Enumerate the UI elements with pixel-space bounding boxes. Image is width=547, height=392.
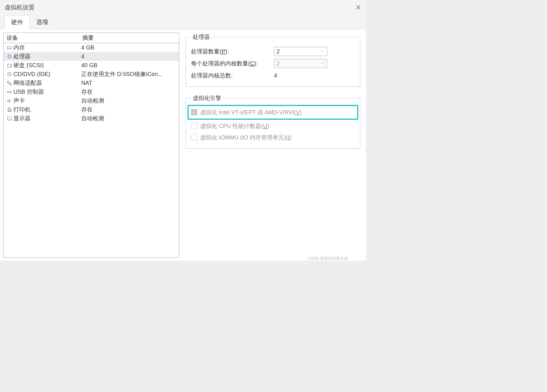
cpu-icon bbox=[5, 54, 13, 59]
svg-rect-9 bbox=[8, 109, 11, 111]
label-cpu-counters: 虚拟化 CPU 性能计数器(U) bbox=[200, 122, 269, 130]
combo-cores-per[interactable]: 2 bbox=[274, 59, 327, 68]
row-cores-per: 每个处理器的内核数量(C): 2 bbox=[191, 57, 355, 69]
sound-icon bbox=[5, 98, 13, 104]
device-summary: 存在 bbox=[81, 106, 177, 113]
svg-rect-7 bbox=[10, 83, 12, 85]
header-summary: 摘要 bbox=[82, 34, 176, 42]
device-row-processor[interactable]: 处理器 4 bbox=[4, 52, 179, 61]
combo-value: 2 bbox=[277, 48, 280, 55]
detail-panel: 处理器 处理器数量(P): 2 每个处理器的内核数量(C): bbox=[183, 29, 366, 261]
virt-engine-legend: 虚拟化引擎 bbox=[191, 94, 223, 102]
device-label: 处理器 bbox=[13, 53, 81, 60]
tab-bar: 硬件 选项 bbox=[0, 15, 366, 29]
device-row-display[interactable]: 显示器 自动检测 bbox=[4, 114, 179, 123]
chevron-down-icon bbox=[321, 49, 325, 53]
dialog-body: 设备 摘要 内存 4 GB 处理器 4 bbox=[0, 29, 366, 261]
device-label: 显示器 bbox=[13, 115, 81, 122]
disk-icon bbox=[5, 63, 13, 68]
usb-icon bbox=[5, 89, 13, 95]
checkbox-cpu-counters[interactable] bbox=[191, 123, 197, 129]
printer-icon bbox=[5, 107, 13, 113]
virt-engine-group: 虚拟化引擎 虚拟化 Intel VT-x/EPT 或 AMD-V/RVI(V) … bbox=[186, 94, 360, 149]
label-total-cores: 处理器内核总数: bbox=[191, 72, 274, 79]
device-summary: 4 GB bbox=[81, 44, 177, 51]
device-label: 声卡 bbox=[13, 97, 81, 105]
device-summary: 正在使用文件 D:\ISO镜像\Cen... bbox=[81, 70, 177, 78]
device-summary: 自动检测 bbox=[81, 115, 177, 122]
watermark: CSDN @神奇的海马体 bbox=[307, 256, 348, 261]
row-total-cores: 处理器内核总数: 4 bbox=[191, 69, 355, 81]
checkbox-vt[interactable] bbox=[191, 109, 197, 115]
svg-rect-10 bbox=[9, 108, 11, 109]
header-device: 设备 bbox=[7, 34, 82, 42]
device-label: 网络适配器 bbox=[13, 79, 81, 87]
device-label: CD/DVD (IDE) bbox=[13, 71, 81, 77]
svg-rect-6 bbox=[7, 81, 9, 83]
tab-options[interactable]: 选项 bbox=[30, 15, 55, 29]
label-vt: 虚拟化 Intel VT-x/EPT 或 AMD-V/RVI(V) bbox=[200, 109, 302, 116]
device-summary: 自动检测 bbox=[81, 97, 177, 105]
checkbox-row-vt[interactable]: 虚拟化 Intel VT-x/EPT 或 AMD-V/RVI(V) bbox=[191, 107, 355, 118]
vm-settings-window: 虚拟机设置 ✕ 硬件 选项 设备 摘要 内存 4 GB bbox=[0, 0, 366, 261]
device-summary: 40 GB bbox=[81, 62, 177, 69]
processor-group: 处理器 处理器数量(P): 2 每个处理器的内核数量(C): bbox=[186, 33, 360, 87]
close-icon[interactable]: ✕ bbox=[355, 3, 361, 12]
svg-rect-12 bbox=[7, 117, 12, 120]
disc-icon bbox=[5, 71, 13, 77]
titlebar: 虚拟机设置 ✕ bbox=[0, 0, 366, 15]
label-cores-per: 每个处理器的内核数量(C): bbox=[191, 60, 274, 67]
device-row-network[interactable]: 网络适配器 NAT bbox=[4, 79, 179, 87]
network-icon bbox=[5, 80, 13, 86]
svg-point-3 bbox=[10, 66, 11, 67]
label-num-processors: 处理器数量(P): bbox=[191, 48, 274, 55]
device-list-header: 设备 摘要 bbox=[4, 33, 179, 43]
checkbox-row-iommu[interactable]: 虚拟化 IOMMU (IO 内存管理单元)(I) bbox=[191, 132, 355, 143]
label-iommu: 虚拟化 IOMMU (IO 内存管理单元)(I) bbox=[200, 134, 291, 141]
device-summary: 4 bbox=[81, 53, 177, 60]
device-summary: 存在 bbox=[81, 88, 177, 96]
display-icon bbox=[5, 116, 13, 121]
processor-legend: 处理器 bbox=[191, 33, 212, 41]
device-row-memory[interactable]: 内存 4 GB bbox=[4, 43, 179, 52]
device-label: USB 控制器 bbox=[13, 88, 81, 96]
device-row-sound[interactable]: 声卡 自动检测 bbox=[4, 96, 179, 105]
window-title: 虚拟机设置 bbox=[5, 3, 35, 11]
row-num-processors: 处理器数量(P): 2 bbox=[191, 45, 355, 57]
highlight-vt: 虚拟化 Intel VT-x/EPT 或 AMD-V/RVI(V) bbox=[188, 105, 358, 120]
checkbox-row-cpu-counters[interactable]: 虚拟化 CPU 性能计数器(U) bbox=[191, 120, 355, 132]
combo-num-processors[interactable]: 2 bbox=[274, 47, 327, 56]
device-list: 设备 摘要 内存 4 GB 处理器 4 bbox=[3, 33, 179, 258]
device-row-cddvd[interactable]: CD/DVD (IDE) 正在使用文件 D:\ISO镜像\Cen... bbox=[4, 70, 179, 79]
device-label: 硬盘 (SCSI) bbox=[13, 61, 81, 69]
value-total-cores: 4 bbox=[274, 72, 323, 79]
memory-icon bbox=[5, 45, 13, 51]
svg-rect-1 bbox=[8, 55, 11, 57]
svg-rect-8 bbox=[7, 91, 10, 93]
chevron-down-icon bbox=[321, 61, 325, 65]
device-summary: NAT bbox=[81, 80, 177, 86]
device-row-printer[interactable]: 打印机 存在 bbox=[4, 105, 179, 114]
svg-point-5 bbox=[9, 74, 10, 75]
checkbox-iommu[interactable] bbox=[191, 134, 197, 141]
svg-rect-0 bbox=[7, 47, 12, 49]
svg-point-4 bbox=[7, 72, 11, 76]
combo-value: 2 bbox=[277, 60, 280, 67]
tab-hardware[interactable]: 硬件 bbox=[5, 15, 30, 29]
svg-rect-2 bbox=[7, 64, 12, 67]
device-row-usb[interactable]: USB 控制器 存在 bbox=[4, 87, 179, 96]
device-label: 内存 bbox=[13, 44, 81, 51]
device-label: 打印机 bbox=[13, 106, 81, 113]
device-row-disk[interactable]: 硬盘 (SCSI) 40 GB bbox=[4, 61, 179, 70]
